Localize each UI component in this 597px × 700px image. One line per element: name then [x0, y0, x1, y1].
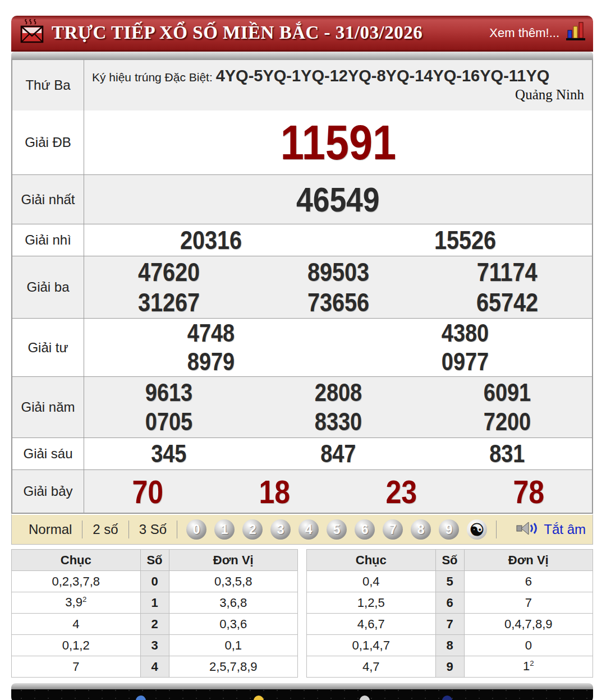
prize-label: Giải nhất: [12, 175, 84, 224]
prize-number: 31267: [84, 287, 254, 317]
digit-cell: 7: [435, 614, 464, 635]
prize-number: 4380: [338, 319, 593, 347]
units-cell: 0,3,6: [169, 614, 298, 635]
digit-ball-6[interactable]: 6: [355, 519, 375, 540]
tens-cell: 4,7: [307, 656, 436, 678]
digit-ball-4[interactable]: 4: [298, 519, 319, 540]
prize-label: Giải ĐB: [12, 110, 84, 174]
digit-cell: 1: [140, 592, 169, 614]
prize-label: Giải ba: [12, 256, 84, 318]
prize-numbers: 345847831: [84, 438, 592, 469]
weekday-label: Thứ Ba: [12, 60, 84, 110]
prize-row: Giải sáu345847831: [12, 438, 592, 469]
prize-numbers: 11591: [84, 110, 592, 174]
prize-label: Giải sáu: [12, 438, 84, 469]
table-row: 0,456: [307, 571, 593, 592]
column-header: Chục: [12, 550, 141, 571]
prize-numbers: 2031615526: [84, 224, 592, 256]
yin-yang-ball[interactable]: ☯: [467, 519, 487, 540]
digit-ball-9[interactable]: 9: [439, 519, 459, 540]
see-more-link[interactable]: Xem thêm!...: [489, 26, 559, 40]
prize-number: 70: [84, 473, 211, 510]
prize-number: 11591: [84, 114, 592, 171]
digit-cell: 5: [435, 571, 464, 592]
prize-number: 0977: [338, 348, 593, 376]
prize-number: 8330: [254, 408, 423, 436]
mode-button-3-số[interactable]: 3 Số: [129, 522, 177, 537]
prize-label: Giải nhì: [12, 224, 84, 256]
prize-label: Giải năm: [12, 377, 84, 438]
prize-numbers: 46549: [84, 175, 592, 224]
prize-number: 78: [465, 473, 592, 510]
special-sign-cell: Ký hiệu trúng Đặc Biệt: 4YQ-5YQ-1YQ-12YQ…: [84, 60, 592, 110]
mute-button[interactable]: Tắt âm: [516, 520, 586, 539]
units-cell: 0,3,5,8: [169, 571, 298, 592]
prize-row: Giải năm961328086091070583307200: [12, 376, 592, 438]
special-sign-value: 4YQ-5YQ-1YQ-12YQ-8YQ-14YQ-16YQ-11YQ: [216, 67, 550, 85]
prize-number: 0705: [84, 408, 254, 436]
digit-ball-7[interactable]: 7: [383, 519, 403, 540]
tens-cell: 4: [12, 614, 141, 635]
toolbar: Normal2 số3 Số 0123456789☯ Tắt âm: [11, 514, 593, 545]
results-table: Thứ Ba Ký hiệu trúng Đặc Biệt: 4YQ-5YQ-1…: [11, 59, 593, 514]
prize-label: Giải bảy: [12, 470, 84, 513]
digit-table-right: ChụcSốĐơn Vị0,4561,2,5674,6,770,4,7,8,90…: [306, 549, 593, 678]
units-cell: 3,6,8: [169, 592, 298, 614]
prize-row: Giải tư4748438089790977: [12, 318, 592, 376]
tens-cell: 1,2,5: [307, 592, 436, 614]
digit-cell: 6: [435, 592, 464, 614]
footer-divider-band: [11, 683, 593, 689]
prize-number: 15526: [338, 225, 593, 255]
tens-cell: 7: [12, 656, 141, 678]
province-name: Quảng Ninh: [515, 82, 584, 107]
units-cell: 7: [464, 592, 593, 614]
units-cell: 0,1: [169, 635, 298, 656]
prize-number: 71174: [423, 257, 592, 287]
digit-ball-5[interactable]: 5: [327, 519, 347, 540]
prize-number: 65742: [423, 287, 592, 317]
tens-cell: 0,2,3,7,8: [12, 571, 141, 592]
prize-number: 7200: [423, 408, 592, 436]
digit-ball-1[interactable]: 1: [214, 519, 235, 540]
digit-summary-section: ChụcSốĐơn Vị0,2,3,7,800,3,5,83,9213,6,84…: [11, 545, 593, 683]
table-row: 0,1,230,1: [12, 635, 298, 656]
mute-label: Tắt âm: [544, 522, 586, 537]
toolbar-separator: [496, 521, 497, 538]
prize-number: 73656: [254, 287, 423, 317]
prize-numbers: 70182378: [84, 470, 592, 513]
page-title: TRỰC TIẾP XỔ SỐ MIỀN BẮC - 31/03/2026: [52, 22, 423, 43]
digit-ball-2[interactable]: 2: [242, 519, 263, 540]
table-row: 420,3,6: [12, 614, 298, 635]
units-cell: 6: [464, 571, 593, 592]
prize-number: 18: [211, 473, 338, 510]
prize-number: 8979: [84, 348, 338, 376]
digit-ball-0[interactable]: 0: [186, 519, 206, 540]
lottery-widget: TRỰC TIẾP XỔ SỐ MIỀN BẮC - 31/03/2026 Xe…: [11, 16, 593, 700]
table-row: 3,9213,6,8: [12, 592, 298, 614]
digit-ball-3[interactable]: 3: [270, 519, 291, 540]
bar-chart-icon[interactable]: [566, 21, 585, 45]
digit-cell: 0: [140, 571, 169, 592]
prize-number: 2808: [254, 379, 423, 407]
toolbar-separator: [177, 521, 177, 538]
digit-cell: 3: [140, 635, 169, 656]
table-row: 742,5,7,8,9: [12, 656, 298, 678]
digit-cell: 9: [435, 656, 464, 678]
prize-row: Giải ĐB11591: [12, 110, 592, 174]
prize-row: Giải ba476208950371174312677365665742: [12, 256, 592, 318]
digit-cell: 4: [140, 656, 169, 678]
digit-ball-8[interactable]: 8: [411, 519, 431, 540]
tens-cell: 0,1,4,7: [307, 635, 436, 656]
prize-row: Giải bảy70182378: [12, 469, 592, 513]
column-header: Số: [140, 550, 169, 571]
table-row: 4,7912: [307, 656, 593, 678]
table-row: 1,2,567: [307, 592, 593, 614]
draw-info-row: Thứ Ba Ký hiệu trúng Đặc Biệt: 4YQ-5YQ-1…: [12, 60, 592, 110]
tens-cell: 0,1,2: [12, 635, 141, 656]
table-row: 0,2,3,7,800,3,5,8: [12, 571, 298, 592]
tens-cell: 0,4: [307, 571, 436, 592]
header-bar: TRỰC TIẾP XỔ SỐ MIỀN BẮC - 31/03/2026 Xe…: [11, 16, 593, 52]
mode-button-normal[interactable]: Normal: [19, 522, 82, 537]
mode-button-2-số[interactable]: 2 số: [82, 522, 128, 537]
envelope-icon: [19, 19, 45, 47]
